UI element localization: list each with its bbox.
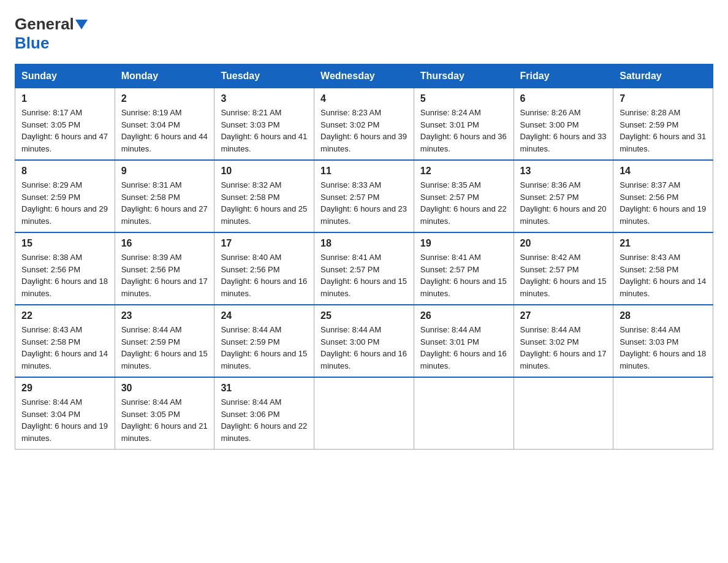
day-number: 29 bbox=[21, 383, 108, 394]
day-number: 1 bbox=[21, 93, 108, 104]
day-number: 13 bbox=[520, 166, 607, 177]
weekday-header-tuesday: Tuesday bbox=[214, 64, 314, 88]
weekday-header-monday: Monday bbox=[115, 64, 214, 88]
weekday-header-row: SundayMondayTuesdayWednesdayThursdayFrid… bbox=[15, 64, 713, 88]
calendar-day-cell: 11 Sunrise: 8:33 AMSunset: 2:57 PMDaylig… bbox=[314, 160, 414, 232]
day-info: Sunrise: 8:44 AMSunset: 3:04 PMDaylight:… bbox=[21, 397, 108, 443]
calendar-day-cell: 26 Sunrise: 8:44 AMSunset: 3:01 PMDaylig… bbox=[414, 305, 514, 377]
day-number: 16 bbox=[121, 238, 208, 249]
day-number: 14 bbox=[620, 166, 707, 177]
calendar-week-row: 8 Sunrise: 8:29 AMSunset: 2:59 PMDayligh… bbox=[15, 160, 713, 232]
calendar-day-cell: 21 Sunrise: 8:43 AMSunset: 2:58 PMDaylig… bbox=[613, 232, 713, 305]
calendar-week-row: 29 Sunrise: 8:44 AMSunset: 3:04 PMDaylig… bbox=[15, 377, 713, 450]
day-info: Sunrise: 8:29 AMSunset: 2:59 PMDaylight:… bbox=[21, 180, 108, 226]
calendar-week-row: 1 Sunrise: 8:17 AMSunset: 3:05 PMDayligh… bbox=[15, 88, 713, 161]
logo: General Blue bbox=[15, 15, 89, 53]
day-number: 15 bbox=[21, 238, 108, 249]
day-info: Sunrise: 8:44 AMSunset: 3:01 PMDaylight:… bbox=[420, 325, 507, 370]
calendar-day-cell: 30 Sunrise: 8:44 AMSunset: 3:05 PMDaylig… bbox=[115, 377, 214, 450]
calendar-day-cell: 19 Sunrise: 8:41 AMSunset: 2:57 PMDaylig… bbox=[414, 232, 514, 305]
empty-day-cell bbox=[414, 377, 514, 450]
day-info: Sunrise: 8:32 AMSunset: 2:58 PMDaylight:… bbox=[221, 180, 307, 226]
day-info: Sunrise: 8:37 AMSunset: 2:56 PMDaylight:… bbox=[620, 180, 706, 226]
day-number: 17 bbox=[221, 238, 308, 249]
day-info: Sunrise: 8:40 AMSunset: 2:56 PMDaylight:… bbox=[221, 253, 307, 298]
day-info: Sunrise: 8:39 AMSunset: 2:56 PMDaylight:… bbox=[121, 253, 208, 298]
calendar-week-row: 22 Sunrise: 8:43 AMSunset: 2:58 PMDaylig… bbox=[15, 305, 713, 377]
day-info: Sunrise: 8:26 AMSunset: 3:00 PMDaylight:… bbox=[520, 108, 607, 153]
weekday-header-sunday: Sunday bbox=[15, 64, 115, 88]
empty-day-cell bbox=[613, 377, 713, 450]
day-number: 22 bbox=[21, 310, 108, 321]
day-number: 25 bbox=[320, 310, 408, 321]
empty-day-cell bbox=[514, 377, 613, 450]
calendar-table: SundayMondayTuesdayWednesdayThursdayFrid… bbox=[15, 64, 713, 450]
calendar-day-cell: 16 Sunrise: 8:39 AMSunset: 2:56 PMDaylig… bbox=[115, 232, 214, 305]
day-number: 18 bbox=[320, 238, 408, 249]
day-info: Sunrise: 8:21 AMSunset: 3:03 PMDaylight:… bbox=[221, 108, 307, 153]
calendar-day-cell: 22 Sunrise: 8:43 AMSunset: 2:58 PMDaylig… bbox=[15, 305, 115, 377]
calendar-day-cell: 24 Sunrise: 8:44 AMSunset: 2:59 PMDaylig… bbox=[214, 305, 314, 377]
day-info: Sunrise: 8:44 AMSunset: 3:02 PMDaylight:… bbox=[520, 325, 607, 370]
day-info: Sunrise: 8:44 AMSunset: 3:03 PMDaylight:… bbox=[620, 325, 706, 370]
page-header: General Blue bbox=[15, 15, 713, 53]
day-number: 11 bbox=[320, 166, 408, 177]
day-info: Sunrise: 8:33 AMSunset: 2:57 PMDaylight:… bbox=[320, 180, 407, 226]
calendar-day-cell: 3 Sunrise: 8:21 AMSunset: 3:03 PMDayligh… bbox=[214, 88, 314, 161]
calendar-day-cell: 4 Sunrise: 8:23 AMSunset: 3:02 PMDayligh… bbox=[314, 88, 414, 161]
day-number: 23 bbox=[121, 310, 208, 321]
day-number: 21 bbox=[620, 238, 707, 249]
day-number: 5 bbox=[420, 93, 507, 104]
calendar-day-cell: 23 Sunrise: 8:44 AMSunset: 2:59 PMDaylig… bbox=[115, 305, 214, 377]
day-info: Sunrise: 8:41 AMSunset: 2:57 PMDaylight:… bbox=[320, 253, 407, 298]
day-number: 27 bbox=[520, 310, 607, 321]
day-number: 10 bbox=[221, 166, 308, 177]
day-info: Sunrise: 8:43 AMSunset: 2:58 PMDaylight:… bbox=[21, 325, 108, 370]
day-info: Sunrise: 8:44 AMSunset: 2:59 PMDaylight:… bbox=[121, 325, 208, 370]
logo-arrow-icon bbox=[75, 20, 88, 29]
day-info: Sunrise: 8:24 AMSunset: 3:01 PMDaylight:… bbox=[420, 108, 507, 153]
day-number: 26 bbox=[420, 310, 507, 321]
day-info: Sunrise: 8:19 AMSunset: 3:04 PMDaylight:… bbox=[121, 108, 208, 153]
day-info: Sunrise: 8:44 AMSunset: 3:05 PMDaylight:… bbox=[121, 397, 208, 443]
calendar-day-cell: 15 Sunrise: 8:38 AMSunset: 2:56 PMDaylig… bbox=[15, 232, 115, 305]
day-info: Sunrise: 8:31 AMSunset: 2:58 PMDaylight:… bbox=[121, 180, 208, 226]
calendar-day-cell: 31 Sunrise: 8:44 AMSunset: 3:06 PMDaylig… bbox=[214, 377, 314, 450]
day-info: Sunrise: 8:28 AMSunset: 2:59 PMDaylight:… bbox=[620, 108, 706, 153]
weekday-header-friday: Friday bbox=[514, 64, 613, 88]
calendar-day-cell: 29 Sunrise: 8:44 AMSunset: 3:04 PMDaylig… bbox=[15, 377, 115, 450]
calendar-day-cell: 12 Sunrise: 8:35 AMSunset: 2:57 PMDaylig… bbox=[414, 160, 514, 232]
calendar-day-cell: 8 Sunrise: 8:29 AMSunset: 2:59 PMDayligh… bbox=[15, 160, 115, 232]
calendar-week-row: 15 Sunrise: 8:38 AMSunset: 2:56 PMDaylig… bbox=[15, 232, 713, 305]
day-number: 28 bbox=[620, 310, 707, 321]
day-number: 12 bbox=[420, 166, 507, 177]
calendar-day-cell: 18 Sunrise: 8:41 AMSunset: 2:57 PMDaylig… bbox=[314, 232, 414, 305]
day-number: 30 bbox=[121, 383, 208, 394]
calendar-day-cell: 28 Sunrise: 8:44 AMSunset: 3:03 PMDaylig… bbox=[613, 305, 713, 377]
day-number: 7 bbox=[620, 93, 707, 104]
calendar-day-cell: 1 Sunrise: 8:17 AMSunset: 3:05 PMDayligh… bbox=[15, 88, 115, 161]
day-info: Sunrise: 8:35 AMSunset: 2:57 PMDaylight:… bbox=[420, 180, 507, 226]
day-info: Sunrise: 8:41 AMSunset: 2:57 PMDaylight:… bbox=[420, 253, 507, 298]
day-number: 8 bbox=[21, 166, 108, 177]
day-info: Sunrise: 8:44 AMSunset: 2:59 PMDaylight:… bbox=[221, 325, 307, 370]
calendar-day-cell: 10 Sunrise: 8:32 AMSunset: 2:58 PMDaylig… bbox=[214, 160, 314, 232]
day-number: 31 bbox=[221, 383, 308, 394]
calendar-day-cell: 5 Sunrise: 8:24 AMSunset: 3:01 PMDayligh… bbox=[414, 88, 514, 161]
day-number: 20 bbox=[520, 238, 607, 249]
logo-blue-text: Blue bbox=[15, 34, 49, 53]
day-number: 2 bbox=[121, 93, 208, 104]
day-number: 24 bbox=[221, 310, 308, 321]
weekday-header-saturday: Saturday bbox=[613, 64, 713, 88]
calendar-day-cell: 20 Sunrise: 8:42 AMSunset: 2:57 PMDaylig… bbox=[514, 232, 613, 305]
calendar-day-cell: 25 Sunrise: 8:44 AMSunset: 3:00 PMDaylig… bbox=[314, 305, 414, 377]
weekday-header-wednesday: Wednesday bbox=[314, 64, 414, 88]
day-number: 19 bbox=[420, 238, 507, 249]
weekday-header-thursday: Thursday bbox=[414, 64, 514, 88]
day-info: Sunrise: 8:17 AMSunset: 3:05 PMDaylight:… bbox=[21, 108, 108, 153]
day-number: 9 bbox=[121, 166, 208, 177]
calendar-day-cell: 9 Sunrise: 8:31 AMSunset: 2:58 PMDayligh… bbox=[115, 160, 214, 232]
calendar-day-cell: 27 Sunrise: 8:44 AMSunset: 3:02 PMDaylig… bbox=[514, 305, 613, 377]
day-number: 6 bbox=[520, 93, 607, 104]
day-info: Sunrise: 8:43 AMSunset: 2:58 PMDaylight:… bbox=[620, 253, 706, 298]
